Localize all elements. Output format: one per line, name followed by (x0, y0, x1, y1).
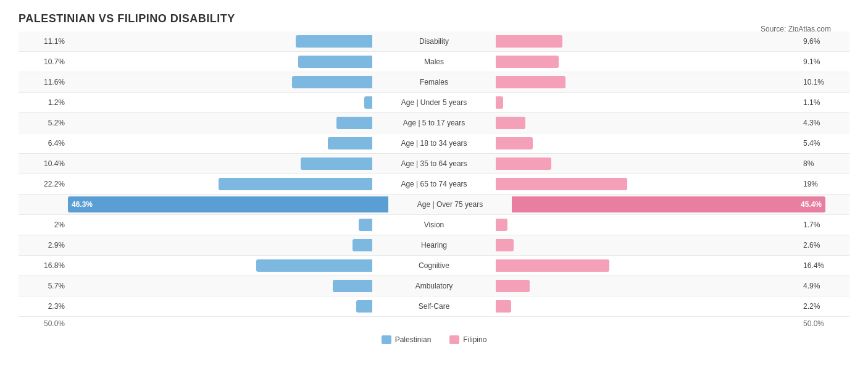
bar-left-value-5: 6.4% (19, 139, 68, 148)
bar-label-6: Age | 35 to 64 years (372, 159, 496, 168)
chart-row: 11.6% Females 10.1% (19, 72, 849, 93)
chart-row: 2.9% Hearing 2.6% (19, 235, 849, 256)
bar-right-value-0: 9.6% (800, 37, 849, 46)
legend: Palestinian Filipino (19, 335, 849, 344)
legend-item-filipino: Filipino (449, 335, 486, 344)
legend-label-1: Filipino (463, 335, 486, 344)
bar-label-4: Age | 5 to 17 years (372, 119, 496, 127)
chart-container: 11.1% Disability 9.6% 10.7% Males (19, 32, 849, 317)
chart-row: 22.2% Age | 65 to 74 years 19% (19, 174, 849, 195)
chart-row: 46.3% Age | Over 75 years 45.4% (19, 195, 849, 215)
bar-left-value-6: 10.4% (19, 159, 68, 168)
bar-left-value-13: 2.3% (19, 302, 68, 311)
bar-label-13: Self-Care (372, 302, 496, 311)
legend-color-1 (449, 335, 459, 344)
bar-label-0: Disability (372, 37, 496, 46)
bar-label-5: Age | 18 to 34 years (372, 139, 496, 148)
bar-label-12: Ambulatory (372, 282, 496, 290)
bar-right-value-12: 4.9% (800, 282, 849, 290)
bar-left-value-11: 16.8% (19, 261, 68, 270)
bar-right-value-6: 8% (800, 159, 849, 168)
chart-row: 10.4% Age | 35 to 64 years 8% (19, 154, 849, 174)
bar-label-11: Cognitive (372, 261, 496, 270)
bar-label-7: Age | 65 to 74 years (372, 180, 496, 188)
bar-right-value-7: 19% (800, 180, 849, 188)
axis-row: 50.0% 50.0% (19, 317, 849, 330)
bar-left-value-12: 5.7% (19, 282, 68, 290)
chart-row: 5.7% Ambulatory 4.9% (19, 276, 849, 296)
bar-right-value-13: 2.2% (800, 302, 849, 311)
bar-right-value-1: 9.1% (800, 57, 849, 66)
chart-row: 10.7% Males 9.1% (19, 52, 849, 72)
bar-label-1: Males (372, 57, 496, 66)
bar-label-10: Hearing (372, 241, 496, 250)
bar-left-value-10: 2.9% (19, 241, 68, 250)
chart-row: 2% Vision 1.7% (19, 215, 849, 235)
bar-left-value-9: 2% (19, 220, 68, 229)
bar-label-9: Vision (372, 220, 496, 229)
chart-row: 5.2% Age | 5 to 17 years 4.3% (19, 113, 849, 133)
chart-row: 11.1% Disability 9.6% (19, 32, 849, 52)
bar-label-8: Age | Over 75 years (388, 200, 512, 209)
axis-right-label: 50.0% (800, 319, 849, 328)
bar-left-value-0: 11.1% (19, 37, 68, 46)
bar-label-3: Age | Under 5 years (372, 98, 496, 107)
bar-right-value-3: 1.1% (800, 98, 849, 107)
bar-left-value-2: 11.6% (19, 78, 68, 86)
legend-label-0: Palestinian (395, 335, 432, 344)
bar-right-value-8: 45.4% (797, 200, 825, 209)
bar-right-value-11: 16.4% (800, 261, 849, 270)
bar-right-value-10: 2.6% (800, 241, 849, 250)
chart-row: 2.3% Self-Care 2.2% (19, 296, 849, 317)
bar-label-2: Females (372, 78, 496, 86)
bar-right-value-9: 1.7% (800, 220, 849, 229)
legend-color-0 (382, 335, 391, 344)
legend-item-palestinian: Palestinian (382, 335, 432, 344)
chart-row: 16.8% Cognitive 16.4% (19, 256, 849, 276)
bar-left-value-8: 46.3% (68, 200, 96, 209)
bar-left-value-4: 5.2% (19, 119, 68, 127)
chart-title: PALESTINIAN VS FILIPINO DISABILITY (19, 12, 849, 25)
axis-left-label: 50.0% (19, 319, 68, 328)
bar-left-value-1: 10.7% (19, 57, 68, 66)
bar-left-value-7: 22.2% (19, 180, 68, 188)
bar-right-value-4: 4.3% (800, 119, 849, 127)
bar-left-value-3: 1.2% (19, 98, 68, 107)
chart-row: 6.4% Age | 18 to 34 years 5.4% (19, 133, 849, 154)
chart-row: 1.2% Age | Under 5 years 1.1% (19, 93, 849, 113)
bar-right-value-2: 10.1% (800, 78, 849, 86)
bar-right-value-5: 5.4% (800, 139, 849, 148)
